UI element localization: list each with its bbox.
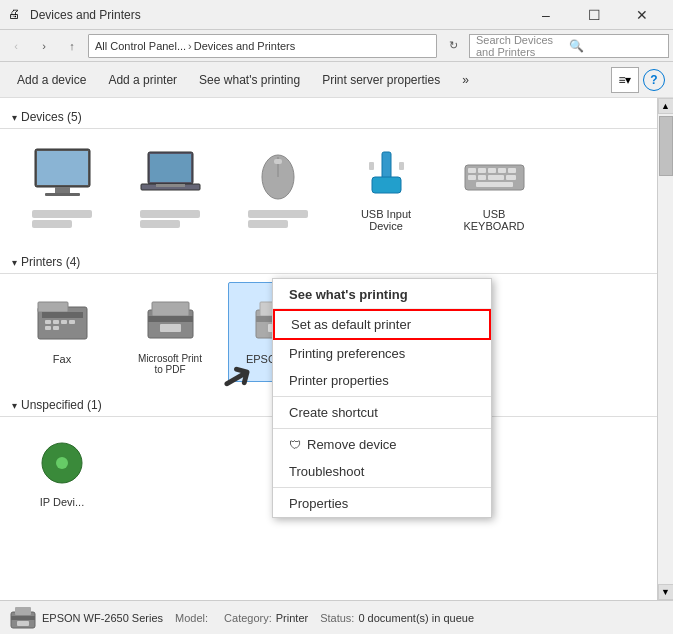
status-category-label: Category:: [224, 612, 272, 624]
path-separator: ›: [188, 40, 192, 52]
device-item-keyboard[interactable]: USB KEYBOARD: [444, 137, 544, 239]
ctx-print-prefs[interactable]: Printing preferences: [273, 340, 491, 367]
device-label-mouse: [248, 208, 308, 228]
svg-rect-3: [45, 193, 80, 196]
device-item-fax[interactable]: Fax: [12, 282, 112, 382]
add-device-button[interactable]: Add a device: [8, 67, 95, 93]
ctx-sep1: [273, 396, 491, 397]
context-menu: See what's printing Set as default print…: [272, 278, 492, 518]
svg-rect-1: [37, 151, 88, 185]
ctx-printer-props-label: Printer properties: [289, 373, 389, 388]
ctx-sep2: [273, 428, 491, 429]
statusbar: EPSON WF-2650 Series Model: Category: Pr…: [0, 600, 673, 634]
devices-label: Devices (5): [21, 110, 82, 124]
window-controls: – ☐ ✕: [523, 0, 665, 30]
svg-rect-33: [45, 326, 51, 330]
svg-rect-12: [372, 177, 401, 193]
svg-rect-14: [399, 162, 404, 170]
search-placeholder: Search Devices and Printers: [476, 34, 569, 58]
device-label-mspdf: Microsoft Printto PDF: [138, 353, 202, 375]
close-button[interactable]: ✕: [619, 0, 665, 30]
ctx-remove-device-label: Remove device: [307, 437, 397, 452]
up-button[interactable]: ↑: [60, 34, 84, 58]
window-title: Devices and Printers: [30, 8, 523, 22]
context-menu-title: See what's printing: [273, 279, 491, 309]
ctx-troubleshoot[interactable]: Troubleshoot: [273, 458, 491, 485]
svg-rect-38: [160, 324, 181, 332]
device-item-usb[interactable]: USB Input Device: [336, 137, 436, 239]
svg-rect-2: [55, 187, 70, 193]
ctx-set-default[interactable]: Set as default printer: [273, 309, 491, 340]
app-icon: 🖨: [8, 7, 24, 23]
device-item-unspec1[interactable]: IP Devi...: [12, 425, 112, 515]
svg-rect-34: [53, 326, 59, 330]
svg-rect-37: [148, 316, 193, 322]
ctx-troubleshoot-label: Troubleshoot: [289, 464, 364, 479]
refresh-button[interactable]: ↻: [441, 34, 465, 58]
device-item-laptop[interactable]: [120, 137, 220, 239]
ctx-print-prefs-label: Printing preferences: [289, 346, 405, 361]
address-box[interactable]: All Control Panel... › Devices and Print…: [88, 34, 437, 58]
status-status-label: Status:: [320, 612, 354, 624]
ctx-create-shortcut[interactable]: Create shortcut: [273, 399, 491, 426]
ctx-properties[interactable]: Properties: [273, 490, 491, 517]
status-category-value: Printer: [276, 612, 308, 624]
svg-rect-5: [150, 154, 191, 182]
more-button[interactable]: »: [453, 67, 478, 93]
status-queue: Status: 0 document(s) in queue: [320, 612, 474, 624]
devices-grid: USB Input Device: [0, 133, 673, 243]
forward-button[interactable]: ›: [32, 34, 56, 58]
svg-rect-29: [45, 320, 51, 324]
scroll-thumb[interactable]: [659, 116, 673, 176]
svg-rect-51: [11, 616, 35, 620]
device-label-monitor: [32, 208, 92, 228]
device-img-monitor: [27, 144, 97, 204]
devices-section-header[interactable]: ▾ Devices (5): [0, 106, 673, 128]
status-device-name: EPSON WF-2650 Series: [8, 604, 163, 632]
svg-rect-30: [53, 320, 59, 324]
see-whats-printing-button[interactable]: See what's printing: [190, 67, 309, 93]
printers-separator: [0, 273, 673, 274]
svg-rect-31: [61, 320, 67, 324]
view-button[interactable]: ≡▾: [611, 67, 639, 93]
unspecified-label: Unspecified (1): [21, 398, 102, 412]
ctx-remove-device[interactable]: 🛡 Remove device: [273, 431, 491, 458]
back-button[interactable]: ‹: [4, 34, 28, 58]
path-part2: Devices and Printers: [194, 40, 296, 52]
device-item-monitor[interactable]: [12, 137, 112, 239]
toolbar-right: ≡▾ ?: [611, 67, 665, 93]
svg-rect-19: [498, 168, 506, 173]
status-model: Model:: [175, 612, 212, 624]
device-img-mouse: [243, 144, 313, 204]
minimize-button[interactable]: –: [523, 0, 569, 30]
device-img-usb: [351, 144, 421, 204]
scroll-down-button[interactable]: ▼: [658, 584, 674, 600]
addressbar: ‹ › ↑ All Control Panel... › Devices and…: [0, 30, 673, 62]
svg-rect-25: [476, 182, 513, 187]
devices-arrow: ▾: [12, 112, 17, 123]
status-printer-icon: [8, 604, 38, 632]
svg-rect-32: [69, 320, 75, 324]
svg-rect-52: [17, 621, 29, 626]
device-img-keyboard: [459, 144, 529, 204]
ctx-set-default-label: Set as default printer: [291, 317, 411, 332]
scroll-up-button[interactable]: ▲: [658, 98, 674, 114]
svg-rect-7: [156, 184, 185, 187]
help-button[interactable]: ?: [643, 69, 665, 91]
svg-rect-17: [478, 168, 486, 173]
print-server-button[interactable]: Print server properties: [313, 67, 449, 93]
scrollbar[interactable]: ▲ ▼: [657, 98, 673, 600]
ctx-printer-props[interactable]: Printer properties: [273, 367, 491, 394]
device-label-unspec1: IP Devi...: [40, 496, 84, 508]
status-device-name-label: EPSON WF-2650 Series: [42, 612, 163, 624]
maximize-button[interactable]: ☐: [571, 0, 617, 30]
device-item-mspdf[interactable]: Microsoft Printto PDF: [120, 282, 220, 382]
svg-rect-27: [38, 302, 68, 312]
add-printer-button[interactable]: Add a printer: [99, 67, 186, 93]
unspecified-arrow: ▾: [12, 400, 17, 411]
printers-section-header[interactable]: ▾ Printers (4): [0, 251, 673, 273]
device-item-mouse[interactable]: [228, 137, 328, 239]
search-box[interactable]: Search Devices and Printers 🔍: [469, 34, 669, 58]
printers-label: Printers (4): [21, 255, 80, 269]
device-label-laptop: [140, 208, 200, 228]
